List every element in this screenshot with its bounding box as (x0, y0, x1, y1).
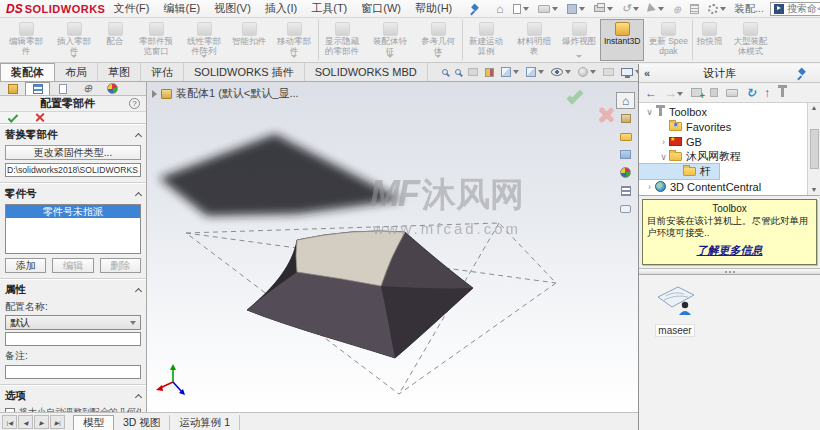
document-tab[interactable]: 3D 视图 (114, 415, 170, 430)
forward-button[interactable] (665, 86, 683, 100)
tree-scrollbar[interactable]: ▲ ▼ (807, 103, 820, 195)
ribbon-button[interactable]: 移动零部件 (270, 19, 318, 61)
new-document-button[interactable] (513, 4, 529, 14)
tree-item[interactable]: ∨ Toolbox (639, 104, 715, 119)
config-description-input[interactable] (5, 332, 141, 346)
model-canvas[interactable] (147, 82, 638, 412)
search-box[interactable] (770, 2, 820, 16)
save-button[interactable] (567, 4, 585, 14)
tree-item[interactable]: › 3D ContentCentral (639, 179, 769, 194)
scroll-up-icon[interactable]: ▲ (811, 104, 818, 112)
ribbon-tab[interactable]: 草图 (98, 63, 141, 81)
ribbon-button[interactable]: 新建运动算例 (462, 19, 510, 61)
up-level-button[interactable] (764, 86, 770, 100)
tree-expander[interactable]: ∨ (644, 107, 655, 117)
next-tab-button[interactable] (34, 415, 49, 429)
pin-menu-icon[interactable] (470, 4, 480, 14)
ribbon-button[interactable]: 爆炸视图 (558, 19, 600, 61)
menu-item[interactable]: 工具(T) (311, 1, 347, 16)
file-properties-button[interactable] (690, 4, 699, 14)
pin-panel-icon[interactable] (797, 68, 807, 78)
part-number-list[interactable]: 零件号未指派 (5, 204, 141, 254)
collapse-section-icon[interactable] (135, 192, 142, 199)
featuremanager-tab[interactable] (0, 82, 25, 95)
back-button[interactable] (645, 86, 657, 100)
tree-expander[interactable]: › (644, 182, 655, 192)
learn-more-link[interactable]: 了解更多信息 (647, 243, 812, 258)
document-tab[interactable]: 模型 (73, 415, 114, 430)
library-item[interactable]: maseer (649, 283, 701, 337)
ribbon-button[interactable]: 编辑零部件 (2, 19, 50, 61)
menu-item[interactable]: 视图(V) (214, 1, 251, 16)
collapse-section-icon[interactable] (135, 394, 142, 401)
apply-scene-icon[interactable] (603, 68, 614, 76)
custom-properties-tab[interactable] (616, 182, 635, 199)
options-button[interactable] (708, 4, 726, 14)
resources-tab[interactable] (616, 92, 635, 109)
open-button[interactable] (538, 5, 558, 13)
zoom-area-icon[interactable] (455, 69, 461, 75)
tree-item[interactable]: ∨ 沐风网教程 (639, 149, 749, 164)
ribbon-button[interactable]: 材料明细表 (510, 19, 558, 61)
select-button[interactable] (648, 4, 664, 13)
dimxpertmanager-tab[interactable] (75, 82, 100, 95)
ribbon-button[interactable]: 配合 (98, 19, 132, 61)
appearances-tab[interactable] (616, 164, 635, 181)
ribbon-button[interactable]: 显示隐藏的零部件 (318, 19, 366, 61)
ribbon-button[interactable]: 装配体特征 (366, 19, 414, 61)
ribbon-tab[interactable]: 评估 (141, 63, 184, 81)
menu-item[interactable]: 插入(I) (265, 1, 297, 16)
last-tab-button[interactable] (50, 415, 65, 429)
ribbon-button[interactable]: 大型装配体模式 (726, 19, 774, 61)
tree-expander[interactable]: › (658, 137, 669, 147)
ribbon-button[interactable]: Instant3D (600, 19, 644, 61)
file-explorer-tab[interactable] (616, 128, 635, 145)
ribbon-button[interactable]: 插入零部件 (50, 19, 98, 61)
view-palette-tab[interactable] (616, 146, 635, 163)
panel-splitter[interactable] (639, 268, 820, 275)
ribbon-tab[interactable]: SOLIDWORKS 插件 (184, 63, 305, 81)
document-tree-header[interactable]: 装配体1 (默认<默认_显... (152, 86, 299, 101)
display-style-icon[interactable] (526, 67, 544, 77)
expand-tree-icon[interactable] (152, 90, 157, 98)
library-items-area[interactable]: maseer (639, 275, 820, 430)
ribbon-button[interactable]: 更新 Speedpak (644, 19, 692, 61)
print-button[interactable] (594, 5, 613, 12)
menu-item[interactable]: 窗口(W) (361, 1, 401, 16)
configurationmanager-tab[interactable] (50, 82, 75, 95)
panel-help-button[interactable]: ? (129, 98, 140, 109)
zoom-fit-icon[interactable] (442, 69, 448, 75)
previous-view-icon[interactable] (468, 68, 478, 76)
ok-button[interactable] (8, 112, 19, 123)
collapse-section-icon[interactable] (135, 133, 142, 140)
search-input[interactable] (787, 3, 820, 14)
design-library-tab[interactable] (616, 110, 635, 127)
tree-expander[interactable]: ∨ (658, 152, 669, 162)
ribbon-button[interactable]: 参考几何体 (414, 19, 462, 61)
scrollbar-thumb[interactable] (810, 129, 819, 169)
change-fastener-type-button[interactable]: 更改紧固件类型... (5, 145, 141, 160)
delete-button[interactable] (710, 88, 718, 97)
collapse-section-icon[interactable] (135, 288, 142, 295)
first-tab-button[interactable] (2, 415, 17, 429)
delete-button[interactable]: 删除 (100, 258, 141, 273)
ribbon-button[interactable]: 零部件预览窗口 (132, 19, 180, 61)
cancel-button[interactable] (34, 112, 45, 123)
tree-item[interactable]: › GB (639, 134, 710, 149)
view-orientation-icon[interactable] (501, 67, 519, 77)
config-name-combobox[interactable]: 默认 (5, 315, 141, 330)
edit-appearance-icon[interactable] (578, 67, 596, 77)
list-item-selected[interactable]: 零件号未指派 (6, 205, 140, 218)
graphics-viewport[interactable]: 装配体1 (默认<默认_显... MF 沐风网 www.mfcad.com (147, 82, 638, 412)
ribbon-tab[interactable]: 装配体 (0, 63, 55, 81)
rebuild-button[interactable] (673, 3, 681, 15)
home-button[interactable] (496, 2, 503, 16)
assembly-quick-label[interactable]: 装配... (734, 2, 764, 16)
previous-tab-button[interactable] (18, 415, 33, 429)
ribbon-button[interactable]: 智能扣件 (228, 19, 270, 61)
menu-item[interactable]: 帮助(H) (415, 1, 452, 16)
hide-show-items-icon[interactable] (551, 68, 571, 76)
toolbox-settings-icon[interactable] (781, 88, 784, 97)
undo-button[interactable] (622, 2, 639, 15)
tree-item[interactable]: 杆 (639, 164, 719, 179)
